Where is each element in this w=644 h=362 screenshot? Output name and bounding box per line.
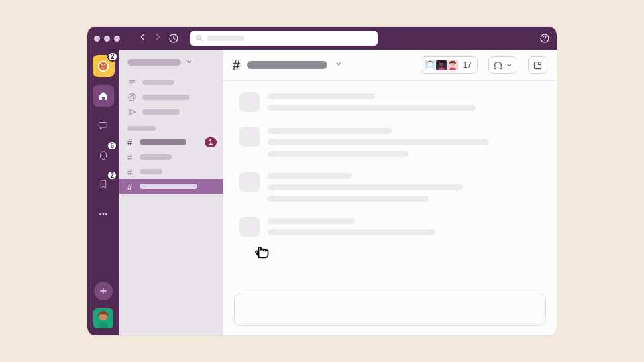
huddle-button[interactable]	[488, 56, 517, 74]
message[interactable]	[239, 172, 541, 202]
history-icon[interactable]	[168, 33, 179, 44]
sidebar-item-threads[interactable]	[119, 75, 223, 90]
svg-point-3	[545, 40, 545, 41]
message-text-line	[268, 151, 409, 157]
channel-label	[140, 169, 162, 174]
member-avatar	[435, 59, 447, 71]
canvas-icon	[533, 60, 543, 70]
main-pane: # 17	[223, 50, 557, 335]
message-body	[268, 92, 541, 112]
workspace-name	[127, 59, 181, 66]
svg-rect-22	[494, 66, 496, 68]
svg-point-10	[99, 213, 101, 215]
message-text-line	[268, 139, 489, 145]
svg-rect-24	[535, 62, 541, 68]
chevron-down-icon	[185, 56, 193, 68]
dm-icon	[97, 119, 109, 131]
sidebar-channel[interactable]: #	[119, 164, 223, 179]
hash-icon: #	[127, 137, 134, 147]
message-text-line	[268, 93, 375, 99]
message-avatar[interactable]	[239, 172, 260, 192]
svg-point-17	[428, 62, 432, 66]
unread-badge: 1	[205, 137, 217, 147]
message-text-line	[268, 184, 462, 190]
send-icon	[127, 107, 137, 117]
window-close[interactable]	[94, 36, 100, 42]
help-icon[interactable]	[539, 33, 550, 44]
sidebar-channel[interactable]: #	[119, 149, 223, 164]
message[interactable]	[239, 217, 541, 237]
rail-dms[interactable]	[93, 115, 114, 136]
channel-label	[140, 154, 172, 160]
back-button[interactable]	[138, 32, 148, 45]
channels-section-header[interactable]	[127, 126, 156, 131]
svg-point-11	[103, 213, 105, 215]
sidebar-item-label	[142, 80, 174, 85]
message[interactable]	[239, 127, 541, 157]
message-text-line	[268, 173, 352, 179]
svg-point-15	[131, 96, 134, 99]
message-body	[268, 217, 541, 237]
user-avatar[interactable]	[93, 308, 113, 328]
sidebar-channel[interactable]: #	[119, 179, 223, 194]
workspace-logo-icon	[96, 59, 111, 74]
window-minimize[interactable]	[104, 36, 110, 42]
headphones-icon	[493, 60, 503, 70]
message-text-line	[268, 218, 355, 224]
message-avatar[interactable]	[239, 217, 260, 237]
svg-point-12	[105, 213, 107, 215]
message-composer[interactable]	[234, 294, 546, 326]
workspace-switcher[interactable]: 2	[93, 55, 115, 77]
channel-name	[247, 61, 327, 69]
workspace-menu[interactable]	[119, 56, 223, 75]
chevron-down-icon	[334, 59, 343, 71]
rail-later[interactable]: 2	[93, 174, 114, 195]
canvas-button[interactable]	[528, 56, 547, 74]
svg-point-1	[197, 36, 201, 40]
sidebar-item-label	[142, 95, 189, 100]
threads-icon	[127, 78, 137, 87]
rail-activity[interactable]: 6	[93, 144, 114, 166]
message[interactable]	[239, 92, 541, 112]
channel-label	[140, 139, 186, 145]
message-text-line	[268, 128, 392, 134]
plus-icon	[99, 286, 108, 296]
message-text-line	[268, 229, 435, 235]
chevron-down-icon	[506, 59, 513, 71]
search-placeholder	[207, 36, 244, 41]
channel-label	[140, 184, 197, 189]
message-avatar[interactable]	[239, 92, 260, 112]
history-nav	[138, 32, 163, 45]
home-icon	[97, 90, 109, 102]
message-avatar[interactable]	[239, 127, 260, 147]
forward-button[interactable]	[152, 32, 163, 45]
sidebar-item-mentions[interactable]	[119, 90, 223, 105]
more-icon	[97, 208, 109, 220]
channel-title-button[interactable]: #	[233, 58, 343, 73]
titlebar	[87, 27, 557, 50]
member-avatar	[424, 59, 436, 71]
rail-create[interactable]	[94, 282, 113, 300]
later-badge: 2	[107, 170, 117, 180]
bell-icon	[97, 149, 109, 161]
search-input[interactable]	[190, 31, 378, 46]
mention-icon	[127, 93, 137, 102]
rail-home[interactable]	[93, 85, 114, 107]
message-list	[223, 81, 557, 290]
bookmark-icon	[97, 178, 109, 190]
members-button[interactable]: 17	[421, 56, 478, 74]
message-text-line	[268, 105, 476, 111]
pointer-cursor-icon	[252, 241, 270, 259]
svg-rect-23	[500, 66, 502, 68]
window-zoom[interactable]	[114, 36, 120, 42]
channel-header: # 17	[223, 50, 557, 80]
member-avatar	[447, 59, 459, 71]
sidebar-channel[interactable]: #1	[119, 135, 223, 149]
sidebar-item-drafts[interactable]	[119, 105, 223, 119]
rail-more[interactable]	[93, 203, 114, 225]
hash-icon: #	[233, 58, 240, 73]
workspace-rail: 2 6 2	[87, 50, 119, 335]
svg-point-9	[104, 64, 105, 65]
channel-sidebar: #1###	[119, 50, 223, 335]
activity-badge: 6	[107, 141, 117, 151]
